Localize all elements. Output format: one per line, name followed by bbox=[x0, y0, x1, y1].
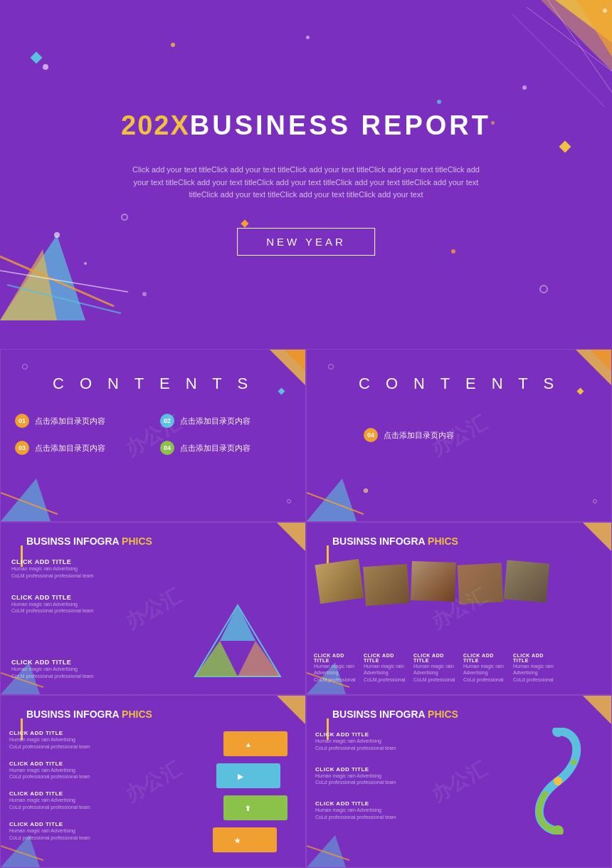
svg-rect-39 bbox=[223, 795, 287, 820]
steps-sub1-4: Human magic rain Advertising bbox=[9, 827, 91, 835]
hero-title: 202XBUSINESS REPORT bbox=[121, 110, 491, 141]
scurve-item-1: CLICK ADD TITLE Human magic rain Adverti… bbox=[315, 731, 401, 752]
dot7 bbox=[306, 36, 310, 39]
bottom-left-deco bbox=[0, 214, 128, 320]
steps-sub1-1: Human magic rain Advertising bbox=[9, 736, 91, 743]
photo-2 bbox=[363, 564, 410, 606]
infog-item-mid: CLICK ADD TITLE Human magic rain Adverti… bbox=[11, 594, 94, 615]
svg-marker-29 bbox=[583, 523, 611, 551]
mini-deco-lines-1 bbox=[1, 471, 58, 521]
content-item-03: 03 点击添加目录页内容 bbox=[15, 441, 153, 455]
infog-item-top: CLICK ADD TITLE Human magic rain Adverti… bbox=[11, 558, 94, 580]
infog-sub1-bot: Human magic rain Advertising bbox=[11, 666, 94, 673]
infog-title-6: BUSINSS INFOGRA PHICS bbox=[321, 708, 458, 720]
infog-deco-4 bbox=[569, 523, 611, 562]
slide-container: 202XBUSINESS REPORT Click add your text … bbox=[0, 0, 612, 868]
infog-deco-3 bbox=[263, 523, 305, 562]
top-right-deco bbox=[484, 0, 612, 114]
steps-item-1: CLICK ADD TITLE Human magic rain Adverti… bbox=[9, 730, 91, 751]
svg-point-13 bbox=[84, 262, 87, 265]
steps-label-2: CLICK ADD TITLE bbox=[9, 760, 91, 767]
infog-sub1-mid: Human magic rain Advertising bbox=[11, 601, 94, 608]
photo-1 bbox=[315, 559, 364, 604]
infog-title-accent-3: PHICS bbox=[122, 535, 152, 547]
mini-dot-2 bbox=[328, 364, 334, 370]
photo-4 bbox=[458, 563, 504, 604]
scurve-sub1-2: Human magic rain Advertising bbox=[315, 773, 401, 780]
scurve-sub2-2: CoLd professional professional team bbox=[315, 779, 401, 786]
scurve-label-2: CLICK ADD TITLE bbox=[315, 766, 401, 773]
photo-row bbox=[317, 562, 604, 605]
svg-rect-37 bbox=[216, 763, 280, 788]
slides-grid: 办公汇 C O N T E N T S 01 点击添加目录页内容 02 bbox=[0, 349, 612, 868]
dot-outline2 bbox=[539, 285, 548, 293]
mini-dot-3 bbox=[364, 488, 368, 493]
photo-5 bbox=[504, 560, 550, 602]
photo-label-5: CLICK ADD TITLE Human magic rain Adverti… bbox=[513, 653, 556, 684]
svg-marker-32 bbox=[277, 696, 305, 724]
dot3 bbox=[142, 292, 147, 296]
contents-items-1: 01 点击添加目录页内容 02 点击添加目录页内容 03 点击添加目录页内容 0… bbox=[15, 414, 298, 455]
infog-slide-photos: 办公汇 BUSINSS INFOGRA PHICS bbox=[306, 522, 612, 695]
steps-sub1-3: Human magic rain Advertising bbox=[9, 797, 91, 804]
new-year-button[interactable]: NEW YEAR bbox=[237, 228, 375, 256]
photo-item-label-1: CLICK ADD TITLE bbox=[314, 653, 361, 663]
content-item-04: 04 点击添加目录页内容 bbox=[160, 441, 298, 455]
steps-label-3: CLICK ADD TITLE bbox=[9, 790, 91, 797]
mini-deco-lines-2 bbox=[307, 471, 364, 521]
photo-item-sub1-4: Human magic rain Advertising bbox=[463, 663, 510, 677]
scurve-item-3: CLICK ADD TITLE Human magic rain Adverti… bbox=[315, 800, 401, 821]
content-text-01: 点击添加目录页内容 bbox=[35, 416, 105, 427]
infog-items-left: CLICK ADD TITLE Human magic rain Adverti… bbox=[11, 558, 94, 620]
svg-marker-16 bbox=[1, 479, 51, 521]
svg-text:▶: ▶ bbox=[238, 773, 244, 780]
photo-item-label-5: CLICK ADD TITLE bbox=[513, 653, 556, 663]
steps-item-4: CLICK ADD TITLE Human magic rain Adverti… bbox=[9, 821, 91, 842]
dot1 bbox=[43, 64, 48, 70]
infog-title-accent-6: PHICS bbox=[428, 708, 458, 720]
steps-sub2-1: CoLd professional professional team bbox=[9, 743, 91, 751]
content-item-02: 02 点击添加目录页内容 bbox=[160, 414, 298, 428]
content-text-04: 点击添加目录页内容 bbox=[180, 443, 250, 454]
content-item-04b: 04 点击添加目录页内容 bbox=[364, 428, 454, 442]
steps-sub1-2: Human magic rain Advertising bbox=[9, 767, 91, 774]
svg-point-6 bbox=[603, 9, 607, 13]
infog-title-4: BUSINSS INFOGRA PHICS bbox=[321, 535, 458, 547]
num-01: 01 bbox=[15, 414, 29, 428]
photo-labels: CLICK ADD TITLE Human magic rain Adverti… bbox=[314, 653, 608, 684]
photo-item-sub1-3: Human magic rain Advertising bbox=[413, 663, 460, 677]
contents-title-2: C O N T E N T S bbox=[359, 375, 559, 393]
infog-slide-triangle: 办公汇 BUSINSS INFOGRA PHICS bbox=[0, 522, 306, 695]
num-02: 02 bbox=[160, 414, 174, 428]
infog-title-white-4: BUSINSS INFOGRA bbox=[332, 535, 428, 547]
dot2 bbox=[522, 85, 527, 90]
photo-label-4: CLICK ADD TITLE Human magic rain Adverti… bbox=[463, 653, 510, 684]
svg-text:▲: ▲ bbox=[245, 741, 252, 748]
num-03: 03 bbox=[15, 441, 29, 455]
content-text-03: 点击添加目录页内容 bbox=[35, 443, 105, 454]
scurve-sub2-1: CoLd professional professional team bbox=[315, 745, 401, 752]
infog-title-accent-4: PHICS bbox=[428, 535, 458, 547]
infog-title-5: BUSINSS INFOGRA PHICS bbox=[15, 708, 152, 720]
infog-title-white-3: BUSINSS INFOGRA bbox=[26, 535, 122, 547]
photo-item-sub2-5: CoLd professional bbox=[513, 676, 556, 684]
infog-sub2-top: CoLM professional professional team bbox=[11, 572, 94, 580]
scurve-sub1-1: Human magic rain Advertising bbox=[315, 738, 401, 745]
photo-item-sub2-3: CoLM professional bbox=[413, 676, 460, 684]
dot4 bbox=[171, 43, 175, 47]
svg-marker-2 bbox=[541, 0, 612, 71]
infog-item-bot: CLICK ADD TITLE Human magic rain Adverti… bbox=[11, 659, 94, 680]
steps-item-2: CLICK ADD TITLE Human magic rain Adverti… bbox=[9, 760, 91, 781]
photo-item-sub1-5: Human magic rain Advertising bbox=[513, 663, 556, 677]
infog-label-mid: CLICK ADD TITLE bbox=[11, 594, 94, 601]
contents-title-1: C O N T E N T S bbox=[53, 375, 253, 393]
scurve-sub2-3: CoLd professional professional team bbox=[315, 814, 401, 821]
contents-slide-1: 办公汇 C O N T E N T S 01 点击添加目录页内容 02 bbox=[0, 349, 306, 522]
svg-text:★: ★ bbox=[234, 837, 241, 845]
infog-label-top: CLICK ADD TITLE bbox=[11, 558, 94, 565]
svg-marker-20 bbox=[307, 479, 357, 521]
dot8 bbox=[491, 121, 495, 125]
svg-text:⬆: ⬆ bbox=[245, 805, 250, 812]
infog-title-white-6: BUSINSS INFOGRA bbox=[332, 708, 428, 720]
infog-slide-steps: 办公汇 BUSINSS INFOGRA PHICS ▲ ▶ bbox=[0, 695, 306, 868]
